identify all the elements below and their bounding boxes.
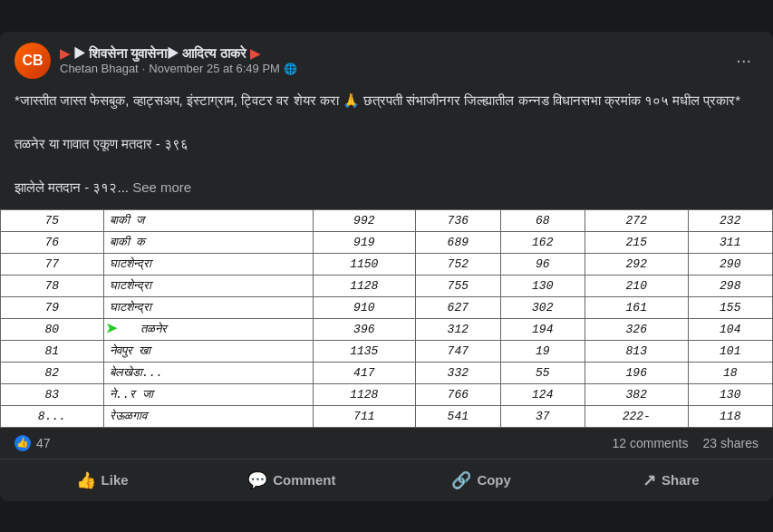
comment-button[interactable]: 💬 Comment <box>197 463 386 498</box>
table-cell: 55 <box>500 362 585 383</box>
more-options-button[interactable]: ··· <box>729 46 759 74</box>
table-cell: 8... <box>1 405 104 427</box>
table-cell: 312 <box>416 318 500 340</box>
table-cell: 541 <box>416 405 500 427</box>
post-meta: ▶ ▶ शिवसेना युवासेना▶ आदित्य ठाकरे ▶ Che… <box>60 45 720 75</box>
author-name: Chetan Bhagat <box>60 62 139 75</box>
table-cell: 81 <box>1 340 104 362</box>
table-cell: रेऊळगाव <box>103 405 313 427</box>
table-cell: 1128 <box>313 383 416 405</box>
table-cell: 215 <box>585 231 688 253</box>
table-cell: बेलखेडा... <box>103 362 313 383</box>
table-cell: 1128 <box>313 275 416 296</box>
like-icon: 👍 <box>76 470 96 490</box>
table-cell: ➤तळनेर <box>103 318 313 340</box>
table-cell: 18 <box>688 362 773 383</box>
table-cell: 232 <box>688 209 773 231</box>
post-text-line1: *जास्तीत जास्त फेसबुक, व्हाट्सअप, इंस्टा… <box>14 90 759 111</box>
table-cell: 162 <box>500 231 585 253</box>
shares-count[interactable]: 23 shares <box>703 436 759 450</box>
table-cell: 83 <box>1 383 104 405</box>
table-cell: 96 <box>500 253 585 275</box>
copy-button[interactable]: 🔗 Copy <box>387 463 576 498</box>
table-cell: 298 <box>688 275 773 296</box>
see-more-link[interactable]: See more <box>132 179 191 195</box>
page-name: ▶ ▶ शिवसेना युवासेना▶ आदित्य ठाकरे ▶ <box>60 45 720 62</box>
share-button[interactable]: ↗ Share <box>576 463 766 498</box>
post-text: *जास्तीत जास्त फेसबुक, व्हाट्सअप, इंस्टा… <box>0 90 773 209</box>
table-cell: 82 <box>1 362 104 383</box>
globe-icon: 🌐 <box>284 63 297 75</box>
table-cell: 689 <box>416 231 500 253</box>
table-cell: 272 <box>585 209 688 231</box>
table-cell: 910 <box>313 296 416 318</box>
table-cell: 747 <box>416 340 500 362</box>
reactions-right: 12 comments 23 shares <box>612 436 759 450</box>
table-cell: 130 <box>500 275 585 296</box>
comments-count[interactable]: 12 comments <box>612 436 688 450</box>
table-cell: 290 <box>688 253 773 275</box>
table-cell: 19 <box>500 340 585 362</box>
reactions-left: 👍 47 <box>14 435 51 451</box>
table-cell: 104 <box>688 318 773 340</box>
table-cell: 711 <box>313 405 416 427</box>
actions-bar: 👍 Like 💬 Comment 🔗 Copy ↗ Share <box>0 459 773 501</box>
page-title-1: ▶ शिवसेना युवासेना▶ <box>73 45 179 62</box>
table-cell: बाकी क <box>103 231 313 253</box>
table-cell: 992 <box>313 209 416 231</box>
like-label: Like <box>101 472 129 488</box>
table-cell: 77 <box>1 253 104 275</box>
reactions-bar: 👍 47 12 comments 23 shares <box>0 428 773 459</box>
table-cell: घाटशेन्द्रा <box>103 253 313 275</box>
post-text-line2: तळनेर या गावात एकूण मतदार - ३९६ <box>14 133 759 155</box>
post-card: CB ▶ ▶ शिवसेना युवासेना▶ आदित्य ठाकरे ▶ … <box>0 32 773 501</box>
table-cell: 68 <box>500 209 585 231</box>
table-cell: 101 <box>688 340 773 362</box>
table-cell: 302 <box>500 296 585 318</box>
data-table: 75बाकी ज9927366827223276बाकी क9196891622… <box>0 209 773 428</box>
table-cell: 78 <box>1 275 104 296</box>
table-cell: 196 <box>585 362 688 383</box>
green-arrow-icon: ➤ <box>106 316 119 343</box>
comment-icon: 💬 <box>247 470 267 490</box>
table-cell: 755 <box>416 275 500 296</box>
table-cell: 75 <box>1 209 104 231</box>
avatar: CB <box>14 43 51 79</box>
table-cell: 76 <box>1 231 104 253</box>
table-cell: नेवपुर खा <box>103 340 313 362</box>
like-button[interactable]: 👍 Like <box>7 463 197 498</box>
table-cell: 752 <box>416 253 500 275</box>
table-cell: 222- <box>585 405 688 427</box>
copy-label: Copy <box>477 472 511 488</box>
table-cell: 37 <box>500 405 585 427</box>
like-emoji: 👍 <box>14 435 31 451</box>
table-cell: घाटशेन्द्रा <box>103 275 313 296</box>
table-cell: 155 <box>688 296 773 318</box>
table-cell: 80 <box>1 318 104 340</box>
table-cell: 326 <box>585 318 688 340</box>
arrow-icon-1: ▶ <box>60 46 70 61</box>
post-image: 75बाकी ज9927366827223276बाकी क9196891622… <box>0 209 773 428</box>
table-cell: बाकी ज <box>103 209 313 231</box>
table-cell: 311 <box>688 231 773 253</box>
table-cell: 627 <box>416 296 500 318</box>
table-cell: 124 <box>500 383 585 405</box>
table-cell: 1150 <box>313 253 416 275</box>
table-cell: 766 <box>416 383 500 405</box>
table-cell: 210 <box>585 275 688 296</box>
table-cell: 332 <box>416 362 500 383</box>
arrow-icon-2: ▶ <box>250 46 260 61</box>
table-cell: 1135 <box>313 340 416 362</box>
table-cell: 813 <box>585 340 688 362</box>
page-title-2: आदित्य ठाकरे <box>182 45 246 62</box>
share-icon: ↗ <box>643 470 656 490</box>
table-cell: 736 <box>416 209 500 231</box>
reactions-count: 47 <box>36 436 51 450</box>
table-cell: ने..र जा <box>103 383 313 405</box>
post-author-time: Chetan Bhagat · November 25 at 6:49 PM 🌐 <box>60 62 720 75</box>
table-cell: 161 <box>585 296 688 318</box>
table-cell: 79 <box>1 296 104 318</box>
table-cell: 417 <box>313 362 416 383</box>
copy-icon: 🔗 <box>451 470 471 490</box>
table-cell: 292 <box>585 253 688 275</box>
